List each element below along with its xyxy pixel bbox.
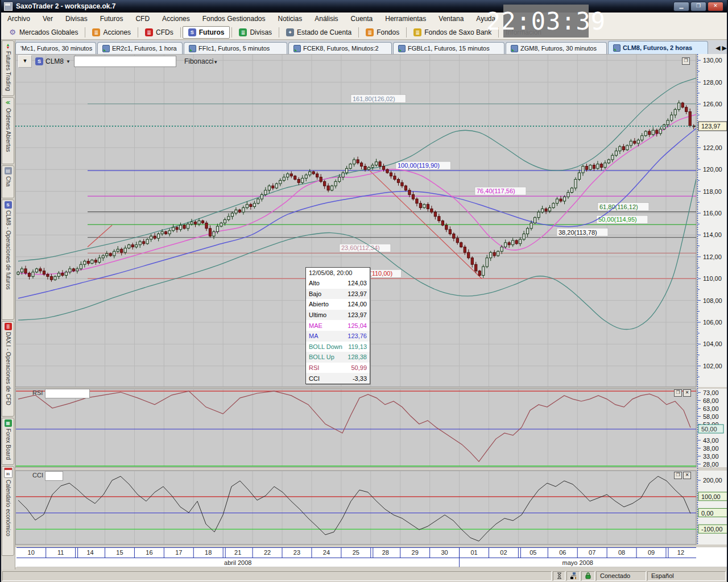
rsi-panel[interactable] bbox=[15, 389, 696, 467]
rsi-restore-icon[interactable]: ❐ bbox=[674, 389, 682, 397]
candle-body bbox=[671, 115, 673, 120]
fondos-icon: ≣ bbox=[366, 28, 374, 36]
menu-herramientas[interactable]: Herramientas bbox=[379, 13, 432, 24]
calendar-icon: 31 bbox=[4, 468, 13, 478]
instrument-selector[interactable]: S CLM8 ▼ bbox=[35, 57, 71, 65]
tab-zgm8[interactable]: ZGM8, Futuros, 30 minutos bbox=[506, 42, 607, 54]
menu-ventana[interactable]: Ventana bbox=[432, 13, 470, 24]
rsi-tick-label: 38,00 bbox=[703, 445, 719, 452]
toolbar-fondos-de-saxo-bank[interactable]: ≣Fondos de Saxo Bank bbox=[408, 27, 497, 38]
main-toolbar: ⚙Mercados Globales≣Acciones≣CFDsSFuturos… bbox=[1, 25, 727, 40]
menu-fondos-gestionados[interactable]: Fondos Gestionados bbox=[196, 13, 272, 24]
day-label: 24 bbox=[323, 549, 330, 556]
cci-restore-icon[interactable]: ❐ bbox=[674, 472, 682, 479]
tooltip-row-value: 123,97 bbox=[348, 290, 367, 297]
cci-box-label: -100,00 bbox=[701, 526, 722, 533]
candle-body bbox=[689, 111, 691, 126]
sidebar-tab-forex-board[interactable]: ▦Forex Board bbox=[2, 418, 14, 465]
candle-body bbox=[379, 162, 381, 167]
cci-label: CCI bbox=[32, 472, 43, 479]
day-label: 17 bbox=[175, 549, 182, 556]
candle-body bbox=[382, 166, 384, 169]
candle-body bbox=[585, 166, 588, 169]
candle-body bbox=[158, 234, 160, 239]
tooltip-row-value: 128,38 bbox=[348, 354, 367, 360]
close-button[interactable]: ✕ bbox=[708, 2, 723, 11]
chart-search-input[interactable] bbox=[74, 56, 176, 67]
candle-body bbox=[431, 209, 433, 212]
cci-param-input[interactable] bbox=[45, 471, 63, 481]
language-indicator[interactable]: Español bbox=[647, 571, 726, 581]
menu-cuenta[interactable]: Cuenta bbox=[345, 13, 379, 24]
menu-ver[interactable]: Ver bbox=[36, 13, 59, 24]
toolbar-mercados-globales[interactable]: ⚙Mercados Globales bbox=[3, 27, 83, 38]
sidebar-tab-cha[interactable]: ▤Cha bbox=[2, 165, 14, 198]
chart-menu-dropdown[interactable]: ▼ bbox=[18, 55, 32, 68]
tab-ffic1[interactable]: FFIc1, Futuros, 5 minutos bbox=[184, 42, 287, 54]
candle-body bbox=[87, 261, 89, 264]
menu-futuros[interactable]: Futuros bbox=[94, 13, 130, 24]
left-sidebar: ▲▼Futures Trading≪Órdenes Abiertas▤ChaSC… bbox=[1, 40, 15, 569]
cci-panel[interactable] bbox=[15, 471, 696, 544]
candle-body bbox=[482, 267, 485, 275]
sidebar-tab-dax-i-operaciones-de-cfd[interactable]: ≣DAX.I - Operaciones de CFD bbox=[2, 321, 14, 417]
sidebar-tab-clm8-operaciones-de-futuros[interactable]: SCLM8 - Operaciones de futuros bbox=[2, 199, 14, 320]
candle-body bbox=[17, 272, 19, 275]
candle-body bbox=[548, 207, 551, 211]
toolbar-divider bbox=[231, 27, 232, 38]
rsi-close-icon[interactable]: ✕ bbox=[683, 389, 691, 397]
toolbar-estado-de-cuenta[interactable]: ✦Estado de Cuenta bbox=[281, 27, 357, 38]
tooltip-row-label: BOLL Up bbox=[309, 354, 334, 360]
candle-body bbox=[150, 236, 152, 239]
tooltip-row: Ultimo123,97 bbox=[306, 310, 370, 321]
candle-body bbox=[637, 140, 639, 143]
menu-an-lisis[interactable]: Análisis bbox=[308, 13, 344, 24]
tab-scroll-right[interactable]: ▶ bbox=[722, 44, 727, 52]
candle-body bbox=[342, 173, 344, 177]
candle-body bbox=[652, 130, 654, 135]
price-tick-label: 122,00 bbox=[703, 144, 722, 151]
menu-divisas[interactable]: Divisas bbox=[59, 13, 94, 24]
candle-body bbox=[54, 276, 56, 280]
minimize-button[interactable]: ▁ bbox=[673, 2, 689, 11]
toolbar-label: CFDs bbox=[156, 28, 173, 36]
toolbar-cfds[interactable]: ≣CFDs bbox=[140, 27, 179, 38]
day-label: 05 bbox=[530, 549, 536, 556]
sidebar-tab-calendario-econ-mico[interactable]: 31Calendario económico bbox=[2, 466, 14, 556]
sidebar-tab-futures-trading[interactable]: ▲▼Futures Trading bbox=[2, 40, 14, 96]
drawing-tool-selector[interactable]: Fibonacci▼ bbox=[184, 57, 218, 65]
tab-er2c1[interactable]: ER2c1, Futuros, 1 hora bbox=[97, 42, 183, 54]
toolbar-divisas[interactable]: ≣Divisas bbox=[234, 27, 277, 38]
tab-fcek8[interactable]: FCEK8, Futuros, Minutos:2 bbox=[288, 42, 392, 54]
tab-clm8[interactable]: CLM8, Futuros, 2 horas bbox=[608, 41, 708, 54]
toolbar-futuros[interactable]: SFuturos bbox=[183, 26, 230, 39]
restore-button[interactable]: ❐ bbox=[690, 2, 706, 11]
price-chart[interactable]: 161,80(126,02)100,00(119,90)76,40(117,56… bbox=[15, 54, 728, 567]
toolbar-acciones[interactable]: ≣Acciones bbox=[87, 27, 136, 38]
menu-archivo[interactable]: Archivo bbox=[1, 13, 36, 24]
candle-body bbox=[582, 166, 584, 173]
candle-body bbox=[541, 209, 543, 212]
menu-acciones[interactable]: Acciones bbox=[156, 13, 196, 24]
candle-body bbox=[493, 252, 495, 256]
candle-body bbox=[117, 249, 119, 251]
menu-noticias[interactable]: Noticias bbox=[272, 13, 309, 24]
month-label: mayo 2008 bbox=[562, 559, 593, 566]
candle-body bbox=[165, 232, 167, 234]
sidebar-tab-rdenes-abiertas[interactable]: ≪Órdenes Abiertas bbox=[2, 97, 14, 164]
chart-restore-icon[interactable]: ❐ bbox=[682, 57, 690, 65]
toolbar-fondos[interactable]: ≣Fondos bbox=[361, 27, 404, 38]
candle-body bbox=[644, 131, 647, 136]
tab-fgblc1[interactable]: FGBLc1, Futuros, 15 minutos bbox=[393, 42, 504, 54]
day-label: 28 bbox=[382, 549, 389, 556]
tooltip-row: RSI50,99 bbox=[306, 363, 370, 373]
candle-body bbox=[460, 243, 462, 247]
tab-mc1[interactable]: 'Mc1, Futuros, 30 minutos bbox=[15, 42, 96, 54]
candle-body bbox=[146, 239, 148, 244]
tab-scroll-left[interactable]: ◀ bbox=[715, 44, 720, 52]
rsi-param-input[interactable] bbox=[45, 389, 90, 398]
candle-body bbox=[552, 203, 555, 208]
cci-close-icon[interactable]: ✕ bbox=[683, 472, 691, 479]
menu-cfd[interactable]: CFD bbox=[129, 13, 156, 24]
candle-body bbox=[24, 269, 27, 273]
